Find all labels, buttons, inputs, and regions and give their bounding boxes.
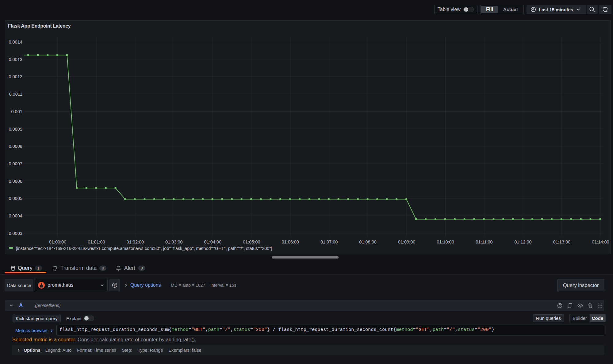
svg-text:01:13:00: 01:13:00 bbox=[553, 239, 570, 244]
svg-text:01:05:00: 01:05:00 bbox=[243, 239, 260, 244]
svg-text:01:11:00: 01:11:00 bbox=[476, 239, 492, 244]
svg-text:01:09:00: 01:09:00 bbox=[398, 239, 415, 244]
svg-text:?: ? bbox=[559, 304, 561, 307]
svg-text:0.0004: 0.0004 bbox=[9, 213, 22, 218]
svg-text:0.0013: 0.0013 bbox=[9, 57, 22, 62]
svg-text:01:06:00: 01:06:00 bbox=[282, 239, 299, 244]
svg-text:01:08:00: 01:08:00 bbox=[359, 239, 376, 244]
svg-text:0.0009: 0.0009 bbox=[9, 127, 22, 132]
svg-text:0.0007: 0.0007 bbox=[9, 161, 22, 166]
svg-text:01:14:00: 01:14:00 bbox=[592, 239, 609, 244]
svg-text:01:02:00: 01:02:00 bbox=[127, 239, 144, 244]
svg-text:01:00:00: 01:00:00 bbox=[49, 239, 66, 244]
svg-text:0.0006: 0.0006 bbox=[9, 179, 22, 184]
svg-text:0.0011: 0.0011 bbox=[9, 92, 22, 97]
svg-text:?: ? bbox=[114, 283, 116, 287]
svg-text:01:04:00: 01:04:00 bbox=[204, 239, 221, 244]
svg-text:0.0003: 0.0003 bbox=[9, 231, 22, 236]
svg-text:01:12:00: 01:12:00 bbox=[514, 239, 531, 244]
svg-text:0.001: 0.001 bbox=[11, 109, 22, 114]
svg-text:01:01:00: 01:01:00 bbox=[88, 239, 105, 244]
svg-text:01:03:00: 01:03:00 bbox=[165, 239, 182, 244]
svg-text:0.0012: 0.0012 bbox=[9, 74, 22, 79]
svg-text:01:07:00: 01:07:00 bbox=[320, 239, 338, 244]
svg-text:01:10:00: 01:10:00 bbox=[437, 239, 454, 244]
svg-text:0.0005: 0.0005 bbox=[9, 196, 22, 201]
svg-text:0.0008: 0.0008 bbox=[9, 144, 22, 149]
svg-text:0.0014: 0.0014 bbox=[9, 40, 22, 44]
